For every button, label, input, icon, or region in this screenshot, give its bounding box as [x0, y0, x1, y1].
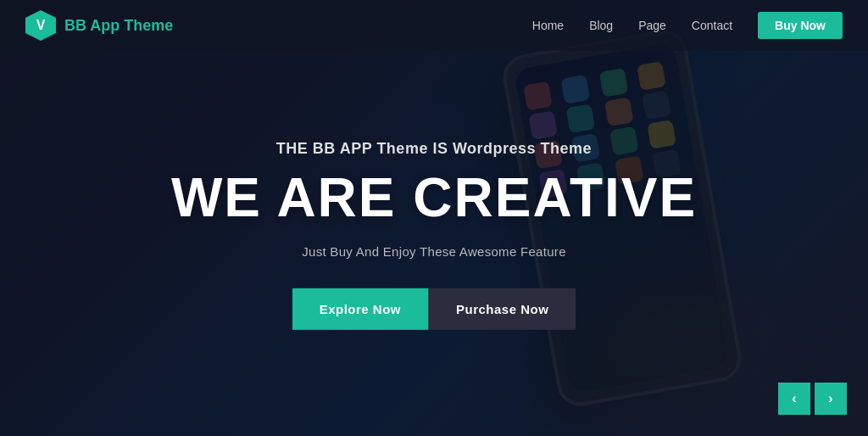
brand-name-part2: Theme — [124, 17, 173, 34]
brand-name-part1: BB App — [64, 17, 124, 34]
nav-buy-button[interactable]: Buy Now — [758, 12, 843, 39]
slider-prev-button[interactable]: ‹ — [778, 383, 810, 415]
nav-item-home[interactable]: Home — [532, 18, 564, 33]
hero-description: Just Buy And Enjoy These Awesome Feature — [137, 244, 731, 259]
nav-links: Home Blog Page Contact Buy Now — [532, 18, 843, 33]
explore-button[interactable]: Explore Now — [292, 288, 428, 330]
purchase-button[interactable]: Purchase Now — [428, 288, 576, 330]
hero-title: WE ARE CREATIVE — [137, 168, 731, 227]
nav-link-home[interactable]: Home — [532, 19, 564, 32]
slider-next-button[interactable]: › — [815, 383, 847, 415]
nav-link-contact[interactable]: Contact — [692, 19, 732, 32]
nav-item-buy[interactable]: Buy Now — [758, 18, 843, 33]
nav-link-page[interactable]: Page — [638, 19, 666, 32]
nav-item-page[interactable]: Page — [638, 18, 666, 33]
slider-controls: ‹ › — [778, 383, 847, 415]
hero-section: V BB App Theme Home Blog Page Contact Bu… — [0, 0, 868, 436]
hero-content: THE BB APP Theme IS Wordpress Theme WE A… — [137, 140, 731, 330]
logo-icon: V — [25, 10, 56, 41]
navbar: V BB App Theme Home Blog Page Contact Bu… — [0, 0, 868, 51]
hero-subtitle: THE BB APP Theme IS Wordpress Theme — [137, 140, 731, 158]
logo-text: BB App Theme — [64, 17, 173, 35]
nav-item-blog[interactable]: Blog — [589, 18, 613, 33]
hero-buttons: Explore Now Purchase Now — [137, 288, 731, 330]
nav-link-blog[interactable]: Blog — [589, 19, 613, 32]
logo: V BB App Theme — [25, 10, 173, 41]
nav-item-contact[interactable]: Contact — [692, 18, 732, 33]
